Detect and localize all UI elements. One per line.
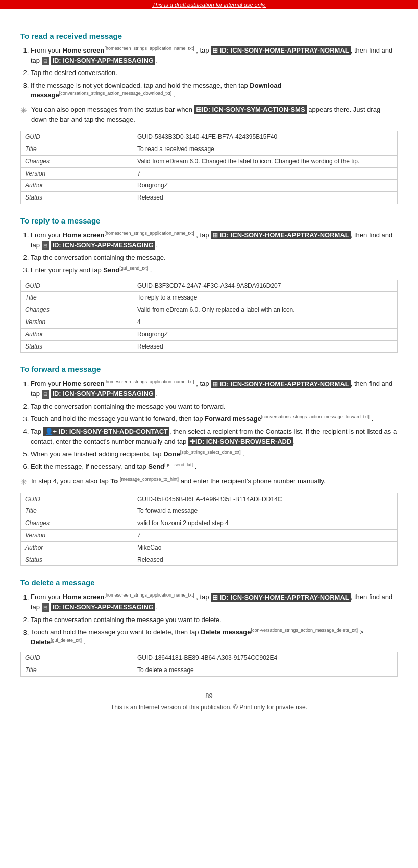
meta-value: GUID-5343B3D0-3140-41FE-BF7A-424395B15F4… — [133, 131, 398, 143]
step-forward-6: Edit the message, if necessary, and tap … — [31, 462, 398, 472]
meta-value: 7 — [133, 530, 398, 542]
meta-value: 7 — [133, 167, 398, 180]
meta-value: Released — [133, 554, 398, 566]
meta-label: Author — [21, 541, 133, 554]
metadata-row: Author RongrongZ — [21, 180, 398, 192]
page-content: To read a received message From your Hom… — [0, 9, 418, 741]
section-forward-message: To forward a message From your Home scre… — [20, 365, 398, 566]
meta-label: Version — [21, 167, 133, 180]
meta-label: Changes — [21, 304, 133, 316]
meta-value: RongrongZ — [133, 180, 398, 192]
tip-text-forward: In step 4, you can also tap To [message_… — [31, 476, 326, 486]
tip-icon: ✳ — [20, 106, 27, 115]
meta-label: Title — [21, 143, 133, 155]
meta-value: Valid from eDream 6.0. Changed the label… — [133, 155, 398, 167]
tip-text-read: You can also open messages from the stat… — [31, 105, 398, 125]
tip-forward: ✳ In step 4, you can also tap To [messag… — [20, 476, 398, 487]
steps-delete: From your Home screen[homescreen_strings… — [31, 592, 398, 647]
meta-value: Released — [133, 192, 398, 204]
meta-value: RongrongZ — [133, 328, 398, 340]
meta-label: GUID — [21, 280, 133, 292]
meta-value: GUID-18644181-BE89-4B64-A303-91754CC902E… — [133, 652, 398, 664]
meta-label: Title — [21, 505, 133, 517]
metadata-delete: GUID GUID-18644181-BE89-4B64-A303-91754C… — [20, 652, 398, 677]
section-delete-message: To delete a message From your Home scree… — [20, 578, 398, 676]
meta-label: GUID — [21, 493, 133, 505]
meta-label: Changes — [21, 517, 133, 530]
meta-value: Released — [133, 340, 398, 353]
metadata-row: Version 7 — [21, 167, 398, 180]
meta-value: MikeCao — [133, 541, 398, 554]
section-title-delete: To delete a message — [20, 578, 398, 587]
metadata-row: GUID GUID-5343B3D0-3140-41FE-BF7A-424395… — [21, 131, 398, 143]
step-reply-1: From your Home screen[homescreen_strings… — [31, 230, 398, 250]
step-delete-1: From your Home screen[homescreen_strings… — [31, 592, 398, 612]
meta-value: GUID-05F0456B-06EA-4A96-B35E-B114ADFDD14… — [133, 493, 398, 505]
step-reply-3: Enter your reply and tap Send[gui_send_t… — [31, 265, 398, 276]
metadata-row: Author MikeCao — [21, 541, 398, 554]
tip-icon-forward: ✳ — [20, 477, 27, 487]
meta-value: To delete a message — [133, 664, 398, 676]
meta-label: GUID — [21, 652, 133, 664]
meta-value: To read a received message — [133, 143, 398, 155]
step-read-3: If the message is not yet downloaded, ta… — [31, 81, 398, 101]
metadata-row: Status Released — [21, 554, 398, 566]
step-forward-3: Touch and hold the message you want to f… — [31, 414, 398, 424]
footer-copyright: This is an Internet version of this publ… — [20, 704, 398, 711]
metadata-row: Changes Valid from eDream 6.0. Changed t… — [21, 155, 398, 167]
meta-label: Title — [21, 664, 133, 676]
metadata-row: Version 4 — [21, 316, 398, 328]
meta-label: Version — [21, 530, 133, 542]
metadata-row: GUID GUID-05F0456B-06EA-4A96-B35E-B114AD… — [21, 493, 398, 505]
step-forward-2: Tap the conversation containing the mess… — [31, 402, 398, 412]
meta-value: To forward a message — [133, 505, 398, 517]
metadata-reply: GUID GUID-B3F3CD74-24A7-4F3C-A344-9A3DA9… — [20, 280, 398, 353]
step-forward-4: Tap 👤+ ID: ICN-SONY-BTN-ADD-CONTACT, the… — [31, 427, 398, 447]
meta-value: To reply to a message — [133, 292, 398, 304]
meta-value: 4 — [133, 316, 398, 328]
metadata-row: Author RongrongZ — [21, 328, 398, 340]
tip-read: ✳ You can also open messages from the st… — [20, 105, 398, 125]
step-forward-1: From your Home screen[homescreen_strings… — [31, 379, 398, 399]
metadata-row: Title To forward a message — [21, 505, 398, 517]
metadata-row: Changes Valid from eDream 6.0. Only repl… — [21, 304, 398, 316]
steps-read: From your Home screen[homescreen_strings… — [31, 45, 398, 101]
section-title-reply: To reply to a message — [20, 216, 398, 225]
meta-label: Status — [21, 554, 133, 566]
page-footer: 89 This is an Internet version of this p… — [20, 692, 398, 711]
metadata-row: Version 7 — [21, 530, 398, 542]
step-forward-5: When you are finished adding recipients,… — [31, 449, 398, 459]
meta-value: Valid from eDream 6.0. Only replaced a l… — [133, 304, 398, 316]
meta-value: GUID-B3F3CD74-24A7-4F3C-A344-9A3DA916D20… — [133, 280, 398, 292]
metadata-row: GUID GUID-B3F3CD74-24A7-4F3C-A344-9A3DA9… — [21, 280, 398, 292]
meta-label: Version — [21, 316, 133, 328]
meta-label: Status — [21, 192, 133, 204]
metadata-row: Title To read a received message — [21, 143, 398, 155]
meta-label: GUID — [21, 131, 133, 143]
meta-label: Author — [21, 180, 133, 192]
page-number: 89 — [20, 692, 398, 700]
step-read-1: From your Home screen[homescreen_strings… — [31, 45, 398, 65]
step-read-2: Tap the desired conversation. — [31, 68, 398, 78]
metadata-row: Status Released — [21, 340, 398, 353]
meta-label: Author — [21, 328, 133, 340]
metadata-forward: GUID GUID-05F0456B-06EA-4A96-B35E-B114AD… — [20, 493, 398, 566]
step-delete-2: Tap the conversation containing the mess… — [31, 615, 398, 625]
meta-value: valid for Nozomi 2 updated step 4 — [133, 517, 398, 530]
draft-banner: This is a draft publication for internal… — [0, 0, 418, 9]
meta-label: Status — [21, 340, 133, 353]
steps-reply: From your Home screen[homescreen_strings… — [31, 230, 398, 276]
metadata-row: Changes valid for Nozomi 2 updated step … — [21, 517, 398, 530]
metadata-row: Title To reply to a message — [21, 292, 398, 304]
section-title-read: To read a received message — [20, 32, 398, 40]
step-delete-3: Touch and hold the message you want to d… — [31, 627, 398, 648]
metadata-row: GUID GUID-18644181-BE89-4B64-A303-91754C… — [21, 652, 398, 664]
section-title-forward: To forward a message — [20, 365, 398, 374]
steps-forward: From your Home screen[homescreen_strings… — [31, 379, 398, 472]
meta-label: Changes — [21, 155, 133, 167]
meta-label: Title — [21, 292, 133, 304]
metadata-row: Status Released — [21, 192, 398, 204]
section-read-message: To read a received message From your Hom… — [20, 32, 398, 204]
section-reply-message: To reply to a message From your Home scr… — [20, 216, 398, 353]
step-reply-2: Tap the conversation containing the mess… — [31, 253, 398, 263]
